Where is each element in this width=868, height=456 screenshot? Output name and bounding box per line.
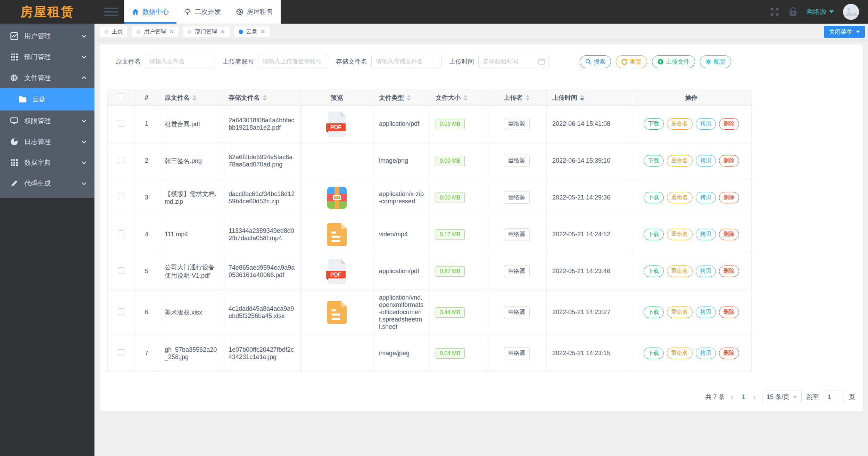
sort-carets-icon[interactable]: [526, 95, 530, 101]
column-header-上传时间[interactable]: 上传时间: [547, 90, 631, 106]
column-header-操作[interactable]: 操作: [631, 90, 752, 106]
top-nav-tab-二次开发[interactable]: 二次开发: [176, 0, 229, 24]
pagination: 共 7 条 ‹ 1 › 15 条/页 跳至 页: [705, 391, 855, 403]
action-button-拷贝[interactable]: 拷贝: [696, 229, 716, 240]
column-header-文件类型[interactable]: 文件类型: [373, 90, 430, 106]
action-button-下载[interactable]: 下载: [644, 118, 664, 130]
page-tab-云盘[interactable]: 云盘 ✕: [234, 26, 270, 38]
action-button-删除[interactable]: 删除: [719, 118, 739, 130]
filter-input[interactable]: [145, 55, 215, 68]
column-header-预览[interactable]: 预览: [301, 90, 373, 106]
page-tab-部门管理[interactable]: 部门管理 ✕: [182, 26, 230, 38]
action-button-删除[interactable]: 删除: [719, 229, 739, 240]
file-name: 公司大门通行设备使用说明-V1.pdf: [159, 253, 223, 290]
action-button-拷贝[interactable]: 拷贝: [696, 348, 716, 359]
prev-page-button[interactable]: ‹: [730, 393, 735, 401]
page-tab-用户管理[interactable]: 用户管理 ✕: [131, 26, 179, 38]
close-tab-icon[interactable]: ✕: [220, 29, 225, 35]
action-button-下载[interactable]: 下载: [644, 155, 664, 166]
top-nav-tab-数据中心[interactable]: 数据中心: [124, 0, 176, 24]
action-button-拷贝[interactable]: 拷贝: [696, 266, 716, 277]
row-checkbox[interactable]: [118, 194, 124, 200]
top-nav-tab-房屋租售[interactable]: 房屋租售: [229, 0, 281, 24]
column-header-文件大小[interactable]: 文件大小: [430, 90, 487, 106]
page-tab-主页[interactable]: 主页: [99, 26, 128, 38]
sidebar-item-用户管理[interactable]: 用户管理: [0, 26, 94, 47]
upload-time: 2022-06-14 15:39:10: [547, 142, 631, 179]
sidebar-item-数据字典[interactable]: 数据字典: [0, 152, 94, 173]
close-tab-icon[interactable]: ✕: [169, 29, 174, 35]
toolbar-button-配置[interactable]: 配置: [700, 55, 731, 68]
row-checkbox[interactable]: [118, 349, 124, 356]
action-button-拷贝[interactable]: 拷贝: [696, 155, 716, 166]
hamburger-menu-icon[interactable]: [104, 8, 118, 16]
action-button-重命名[interactable]: 重命名: [667, 229, 693, 240]
avatar[interactable]: [843, 4, 859, 20]
sidebar-item-日志管理[interactable]: 日志管理: [0, 131, 94, 152]
sort-carets-icon[interactable]: [580, 95, 584, 101]
row-actions: 下载重命名拷贝删除: [644, 118, 739, 130]
upload-time: 2022-05-21 14:29:36: [547, 179, 631, 216]
action-button-拷贝[interactable]: 拷贝: [696, 192, 716, 203]
toolbar-button-上传文件[interactable]: 上传文件: [652, 55, 695, 68]
close-tab-icon[interactable]: ✕: [261, 29, 265, 35]
action-button-拷贝[interactable]: 拷贝: [696, 118, 716, 130]
filter-input[interactable]: [258, 55, 328, 68]
content-card: 原文件名 上传者账号 存储文件名 上传时间 搜索 重置 上传文件: [100, 44, 863, 412]
page-size-select[interactable]: 15 条/页: [762, 391, 802, 403]
action-button-重命名[interactable]: 重命名: [667, 348, 693, 359]
jump-label: 跳至: [807, 393, 819, 401]
sort-carets-icon[interactable]: [463, 95, 468, 101]
row-checkbox[interactable]: [118, 230, 124, 237]
row-checkbox[interactable]: [118, 267, 124, 274]
toolbar-button-重置[interactable]: 重置: [616, 55, 647, 68]
chevron-down-icon: [81, 34, 87, 38]
action-button-下载[interactable]: 下载: [644, 229, 664, 240]
sidebar-subitem-云盘[interactable]: 云盘: [0, 88, 94, 111]
current-page[interactable]: 1: [739, 393, 747, 401]
file-name: 111.mp4: [159, 216, 223, 253]
sidebar-item-权限管理[interactable]: 权限管理: [0, 111, 94, 131]
uploader-tag: 幽络源: [504, 192, 530, 204]
file-type: application/x-zip-compressed: [373, 179, 430, 216]
user-menu[interactable]: 幽络源: [807, 7, 834, 16]
action-button-下载[interactable]: 下载: [644, 266, 664, 277]
column-header-#[interactable]: #: [134, 90, 159, 106]
action-button-重命名[interactable]: 重命名: [667, 118, 693, 130]
next-page-button[interactable]: ›: [752, 393, 757, 401]
action-button-重命名[interactable]: 重命名: [667, 155, 693, 166]
action-button-删除[interactable]: 删除: [719, 307, 739, 318]
sort-carets-icon[interactable]: [407, 95, 411, 101]
lock-icon[interactable]: [788, 7, 797, 17]
row-checkbox[interactable]: [118, 157, 124, 163]
action-button-重命名[interactable]: 重命名: [667, 192, 693, 203]
sidebar-item-代码生成[interactable]: 代码生成: [0, 173, 94, 194]
action-button-删除[interactable]: 删除: [719, 348, 739, 359]
column-header-原文件名[interactable]: 原文件名: [159, 90, 223, 106]
jump-page-input[interactable]: [824, 391, 844, 403]
sidebar-item-部门管理[interactable]: 部门管理: [0, 47, 94, 67]
row-checkbox[interactable]: [118, 308, 124, 315]
row-actions: 下载重命名拷贝删除: [644, 266, 739, 277]
sidebar-item-文件管理[interactable]: 文件管理: [0, 67, 94, 88]
action-button-删除[interactable]: 删除: [719, 266, 739, 277]
action-button-拷贝[interactable]: 拷贝: [696, 307, 716, 318]
action-button-重命名[interactable]: 重命名: [667, 307, 693, 318]
action-button-重命名[interactable]: 重命名: [667, 266, 693, 277]
sort-carets-icon[interactable]: [192, 95, 197, 101]
close-menu-button[interactable]: 关闭菜单: [824, 26, 865, 38]
action-button-删除[interactable]: 删除: [719, 155, 739, 166]
column-header-存储文件名[interactable]: 存储文件名: [223, 90, 301, 106]
action-button-删除[interactable]: 删除: [719, 192, 739, 203]
action-button-下载[interactable]: 下载: [644, 307, 664, 318]
fullscreen-icon[interactable]: [770, 7, 779, 17]
select-all-checkbox[interactable]: [118, 93, 124, 100]
sort-carets-icon[interactable]: [263, 95, 267, 101]
toolbar-button-搜索[interactable]: 搜索: [580, 55, 611, 68]
filter-input[interactable]: [371, 55, 441, 68]
row-checkbox[interactable]: [118, 120, 124, 127]
column-header-上传者[interactable]: 上传者: [487, 90, 547, 106]
action-button-下载[interactable]: 下载: [644, 348, 664, 359]
filter-field-label: 上传者账号: [223, 57, 254, 66]
action-button-下载[interactable]: 下载: [644, 192, 664, 203]
